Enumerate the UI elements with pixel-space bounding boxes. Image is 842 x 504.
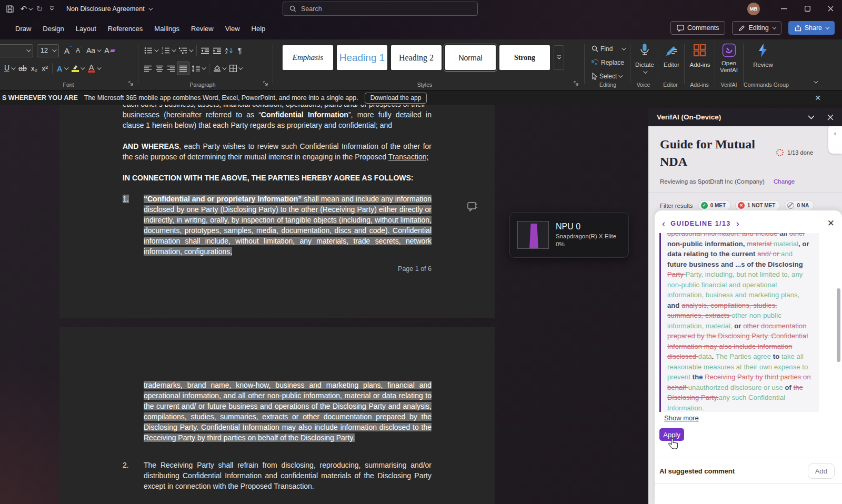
banner-lead: S WHEREVER YOU ARE — [2, 94, 78, 102]
font-name-select[interactable] — [0, 44, 33, 57]
borders-button[interactable] — [227, 62, 244, 75]
add-comment-button[interactable]: Add — [808, 463, 835, 479]
style-emphasis[interactable]: Emphasis — [283, 45, 333, 70]
search-input[interactable]: Search — [283, 2, 478, 16]
tab-review[interactable]: Review — [186, 22, 219, 35]
comment-marker-icon[interactable] — [467, 202, 478, 214]
strikethrough-button[interactable]: ab — [16, 62, 29, 75]
shrink-font-button[interactable]: Aˇ — [74, 44, 84, 57]
align-left-button[interactable] — [142, 62, 154, 75]
guideline-close-icon[interactable]: ✕ — [827, 218, 835, 229]
addins-button[interactable]: Add-ins — [687, 43, 713, 68]
style-heading-2[interactable]: Heading 2 — [391, 45, 442, 70]
subscript-button[interactable]: x₂ — [29, 62, 39, 75]
change-link[interactable]: Change — [774, 178, 795, 185]
line-spacing-button[interactable] — [189, 62, 207, 75]
underline-button[interactable]: U — [2, 62, 16, 75]
filter-not-met-pill[interactable]: ✕1 NOT MET — [735, 200, 780, 211]
replace-button[interactable]: bc Replace — [589, 56, 626, 69]
show-formatting-button[interactable]: ¶ — [236, 44, 244, 57]
document-page-1[interactable]: each other's business, assets, financial… — [59, 105, 495, 318]
ribbon: 12 Aˆ Aˇ Aa A U ab x₂ x² A A Font 12 AZ — [0, 39, 842, 90]
tab-layout[interactable]: Layout — [71, 22, 102, 35]
panel-close-icon[interactable] — [827, 114, 834, 120]
grow-font-button[interactable]: Aˆ — [62, 44, 74, 57]
style-normal[interactable]: Normal — [445, 45, 496, 70]
collapse-ribbon-icon[interactable] — [814, 79, 818, 83]
dictate-button[interactable]: Dictate — [633, 43, 656, 74]
clear-formatting-button[interactable]: A — [102, 44, 116, 57]
show-more-link[interactable]: Show more — [664, 414, 699, 422]
filter-results-row: Filter results ✓0 MET ✕1 NOT MET 0 NA — [660, 200, 842, 211]
tab-mailings[interactable]: Mailings — [149, 22, 185, 35]
filter-met-pill[interactable]: ✓0 MET — [698, 200, 731, 211]
styles-dialog-launcher[interactable] — [574, 81, 579, 87]
align-center-button[interactable] — [154, 62, 165, 75]
save-icon[interactable] — [3, 2, 17, 16]
change-case-button[interactable]: Aa — [84, 44, 102, 57]
comments-button[interactable]: Comments — [670, 21, 725, 35]
verifai-panel: VerifAI (On-Device) Guide for Mutual NDA… — [648, 108, 842, 504]
guideline-next-icon[interactable]: › — [736, 220, 739, 227]
panel-expand-tab[interactable]: ‹ — [828, 126, 842, 154]
styles-gallery-more-button[interactable] — [554, 45, 564, 70]
shading-button[interactable] — [212, 62, 227, 75]
quick-access-toolbar-icon[interactable] — [46, 2, 57, 16]
bullet-list-button[interactable] — [142, 44, 159, 57]
panel-scrollbar[interactable] — [837, 288, 840, 362]
decrease-indent-button[interactable] — [199, 44, 211, 57]
editing-mode-button[interactable]: Editing — [732, 21, 781, 35]
editor-button[interactable]: Editor — [659, 43, 684, 68]
align-right-button[interactable] — [165, 62, 177, 75]
maximize-button[interactable] — [796, 0, 819, 17]
highlight-color-button[interactable] — [69, 62, 86, 75]
superscript-button[interactable]: x² — [39, 62, 50, 75]
top-chrome: ↶ ↻ Non Disclosure Agreement Search MB — [0, 0, 842, 39]
font-size-select[interactable]: 12 — [37, 44, 59, 57]
open-verifai-button[interactable]: OpenVerifAI — [717, 43, 740, 74]
sort-button[interactable]: AZ — [223, 44, 236, 57]
panel-collapse-icon[interactable] — [808, 115, 815, 119]
multilevel-list-button[interactable] — [177, 44, 194, 57]
editor-icon — [665, 43, 678, 59]
tab-draw[interactable]: Draw — [10, 22, 36, 35]
review-button[interactable]: Review — [750, 43, 776, 68]
window-controls: MB — [747, 0, 842, 17]
close-button[interactable] — [819, 0, 842, 17]
banner-message: The Microsoft 365 mobile app combines Wo… — [84, 94, 358, 102]
font-color-button[interactable]: A — [86, 62, 102, 75]
style-heading-1[interactable]: Heading 1 — [337, 45, 387, 70]
font-dialog-launcher[interactable] — [128, 81, 134, 87]
filter-na-pill[interactable]: 0 NA — [785, 200, 814, 211]
style-strong[interactable]: Strong — [499, 45, 550, 70]
doc-list-item-1: 1. “Confidential and or proprietary Info… — [123, 194, 432, 257]
avatar[interactable]: MB — [747, 3, 760, 15]
guideline-prev-icon[interactable]: ‹ — [662, 220, 665, 227]
minimize-button[interactable] — [773, 0, 796, 17]
verifai-group-label: VerifAI — [715, 82, 743, 88]
verifai-panel-header: VerifAI (On-Device) — [648, 108, 842, 126]
numbered-list-button[interactable]: 12 — [159, 44, 177, 57]
redo-button[interactable]: ↻ — [33, 2, 46, 16]
svg-text:2: 2 — [162, 51, 163, 54]
microphone-icon — [639, 43, 650, 59]
download-app-button[interactable]: Download the app — [365, 93, 427, 104]
tab-references[interactable]: References — [103, 22, 148, 35]
lightning-icon — [757, 43, 769, 59]
increase-indent-button[interactable] — [211, 44, 223, 57]
doc-paragraph: AND WHEREAS, each Party wishes to review… — [123, 141, 432, 162]
document-page-2[interactable]: trademarks, brand name, know-how, busine… — [59, 327, 495, 504]
paragraph-dialog-launcher[interactable] — [263, 81, 269, 87]
tab-view[interactable]: View — [220, 22, 245, 35]
tab-design[interactable]: Design — [37, 22, 69, 35]
npu-name: NPU 0 — [556, 222, 616, 231]
document-title[interactable]: Non Disclosure Agreement — [66, 5, 152, 13]
guideline-nav-label: GUIDELINE 1/13 — [670, 220, 730, 227]
share-button[interactable]: Share — [788, 21, 835, 35]
addins-icon — [693, 43, 707, 59]
banner-close-icon[interactable]: ✕ — [815, 94, 821, 102]
justify-button[interactable] — [177, 62, 189, 75]
tab-help[interactable]: Help — [246, 22, 271, 35]
find-button[interactable]: Find — [589, 42, 627, 56]
text-effects-button[interactable]: A — [55, 62, 69, 75]
